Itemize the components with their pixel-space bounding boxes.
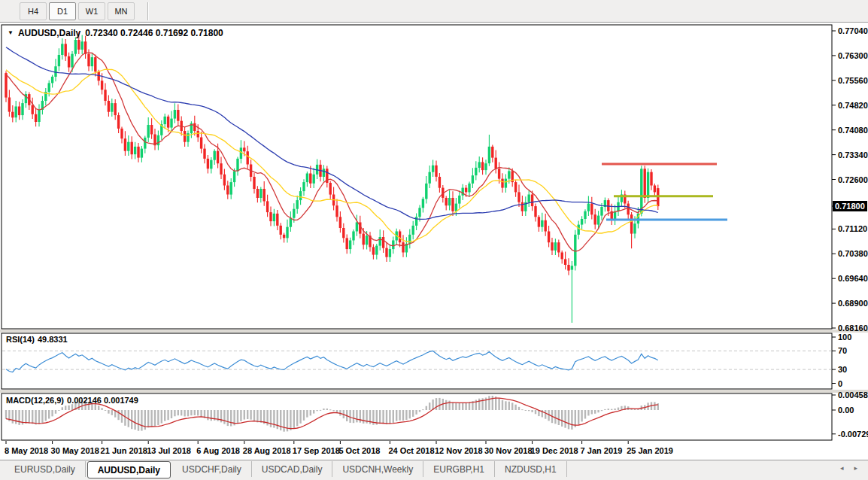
- rsi-axis: 10070300: [832, 333, 851, 388]
- date-axis-label: 6 Aug 2018: [196, 446, 240, 455]
- symbol-tab-bar: EURUSD,Daily AUDUSD,Daily USDCHF,Daily U…: [0, 460, 868, 480]
- price-axis-label: 0.68900: [838, 299, 868, 308]
- rsi-axis-label: 70: [838, 346, 847, 355]
- price-axis-label: 0.74820: [838, 101, 868, 110]
- date-axis-label: 28 Aug 2018: [243, 446, 291, 455]
- macd-axis-label: 0.004583: [838, 390, 868, 399]
- rsi-indicator-label: RSI(14)49.8331: [6, 335, 68, 344]
- macd-axis-label: -0.007292: [838, 430, 868, 439]
- panel-frame: [2, 25, 832, 329]
- tab-audusd-daily[interactable]: AUDUSD,Daily: [87, 461, 171, 478]
- date-axis-label: 30 May 2018: [51, 446, 99, 455]
- price-axis-label: 0.72600: [838, 175, 868, 184]
- price-axis-label: 0.68160: [838, 324, 868, 333]
- date-axis-label: 8 May 2018: [5, 446, 48, 455]
- date-axis-label: 24 Oct 2018: [388, 446, 434, 455]
- rsi-axis-label: 0: [838, 379, 842, 388]
- trading-terminal-window: H4 D1 W1 MN 0.770400.763000.755600.74820…: [0, 0, 868, 480]
- rsi-axis-label: 30: [838, 365, 847, 374]
- rsi-name: RSI(14): [6, 335, 35, 344]
- date-axis-label: 7 Jan 2019: [581, 446, 623, 455]
- macd-value: 0.002146 0.001749: [67, 396, 138, 405]
- price-axis: 0.770400.763000.755600.748200.740800.733…: [832, 26, 868, 333]
- chart-window[interactable]: 0.770400.763000.755600.748200.740800.733…: [0, 23, 868, 460]
- macd-axis-label: 0.00: [838, 406, 854, 415]
- date-axis-label: 17 Sep 2018: [293, 446, 340, 455]
- price-axis-label: 0.70380: [838, 249, 868, 258]
- tab-scroll-right-icon[interactable]: ▸: [854, 464, 857, 472]
- chart-ohlc-values: 0.72340 0.72446 0.71692 0.71800: [85, 28, 223, 38]
- macd-axis: 0.0045830.00-0.007292: [832, 390, 868, 439]
- rsi-axis-label: 100: [838, 333, 851, 342]
- price-axis-label: 0.71120: [838, 224, 867, 233]
- panel-splitter[interactable]: [0, 330, 868, 333]
- date-axis-label: 12 Nov 2018: [435, 446, 483, 455]
- panel-frame: [2, 333, 832, 389]
- date-axis-label: 21 Jun 2018: [101, 446, 147, 455]
- macd-name: MACD(12,26,9): [6, 396, 64, 405]
- toolbar-separator: [147, 2, 149, 20]
- price-axis-label: 0.76300: [838, 51, 868, 60]
- tab-usdcad-daily[interactable]: USDCAD,Daily: [252, 461, 333, 477]
- chevron-down-icon[interactable]: ▼: [8, 30, 14, 36]
- tab-usdcnh-weekly[interactable]: USDCNH,Weekly: [332, 461, 423, 477]
- rsi-value: 49.8331: [38, 335, 68, 344]
- tab-scroll-controls: ◂ ▸: [840, 461, 868, 472]
- price-axis-label: 0.73340: [838, 150, 868, 159]
- date-axis-label: 13 Jul 2018: [147, 446, 191, 455]
- timeframe-button-h4[interactable]: H4: [20, 2, 47, 20]
- macd-indicator-label: MACD(12,26,9)0.002146 0.001749: [6, 396, 138, 405]
- current-price-badge: 0.71800: [833, 201, 867, 211]
- price-axis-label: 0.77040: [838, 26, 868, 35]
- tab-usdchf-daily[interactable]: USDCHF,Daily: [172, 461, 252, 477]
- price-axis-label: 0.75560: [838, 76, 868, 85]
- tab-scroll-left-icon[interactable]: ◂: [840, 464, 844, 472]
- price-axis-label: 0.74080: [838, 126, 868, 135]
- tab-nzdusd-h1[interactable]: NZDUSD,H1: [495, 461, 567, 477]
- date-axis-label: 19 Dec 2018: [531, 446, 578, 455]
- tab-eurusd-daily[interactable]: EURUSD,Daily: [5, 461, 86, 477]
- panel-splitter[interactable]: [0, 390, 868, 393]
- date-axis-label: 25 Jan 2019: [627, 446, 673, 455]
- timeframe-button-d1[interactable]: D1: [49, 2, 76, 20]
- chart-symbol-label: AUDUSD,Daily: [18, 28, 80, 38]
- timeframe-button-mn[interactable]: MN: [108, 2, 135, 20]
- date-axis-label: 30 Nov 2018: [484, 446, 533, 455]
- tab-eurgbp-h1[interactable]: EURGBP,H1: [423, 461, 495, 477]
- date-axis-label: 5 Oct 2018: [338, 446, 380, 455]
- chart-title[interactable]: ▼ AUDUSD,Daily 0.72340 0.72446 0.71692 0…: [8, 28, 223, 38]
- timeframe-button-w1[interactable]: W1: [78, 2, 105, 20]
- date-axis: 8 May 201830 May 201821 Jun 201813 Jul 2…: [5, 441, 673, 455]
- timeframe-toolbar: H4 D1 W1 MN: [0, 0, 868, 23]
- price-axis-label: 0.69640: [838, 274, 868, 283]
